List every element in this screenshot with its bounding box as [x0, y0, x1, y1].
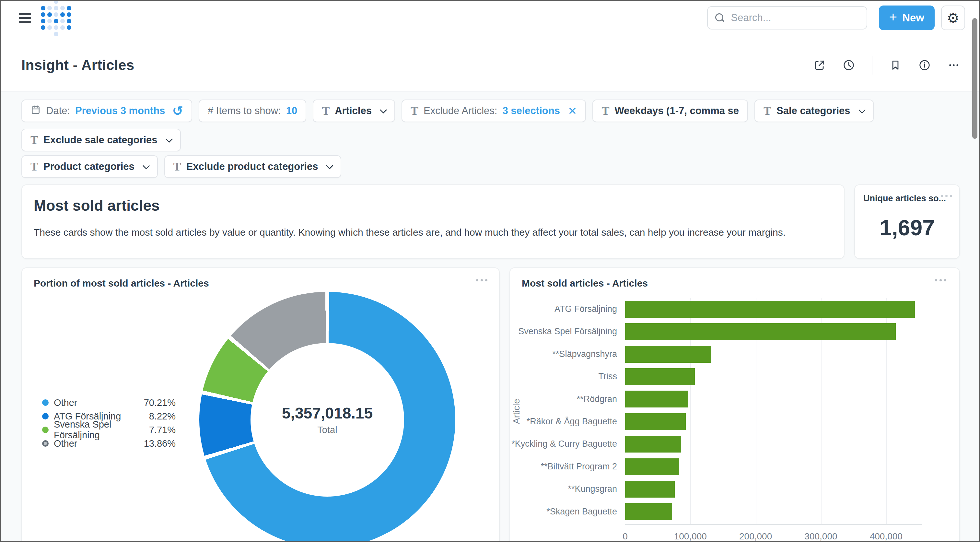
- filter-chip-date[interactable]: Date:Previous 3 months↺: [21, 99, 192, 122]
- x-axis-tick-label: 200,000: [739, 531, 772, 542]
- bar-category-label: *Räkor & Ägg Baguette: [510, 410, 617, 433]
- bar-1[interactable]: [625, 301, 915, 318]
- hamburger-menu-icon[interactable]: [19, 13, 31, 23]
- settings-button[interactable]: ⚙: [941, 5, 965, 30]
- filter-bar-row-2: TProduct categoriesTExclude product cate…: [21, 155, 960, 178]
- dashboard-actions: [813, 56, 960, 75]
- bar-9[interactable]: [625, 481, 675, 497]
- text-filter-icon: T: [30, 161, 38, 172]
- bar-chart-card: Most sold articles - Articles Article AT…: [509, 268, 960, 542]
- clear-filter-icon[interactable]: ✕: [568, 104, 577, 117]
- chevron-down-icon: [380, 106, 387, 114]
- history-clock-icon[interactable]: [843, 59, 855, 71]
- bar-card-title: Most sold articles - Articles: [522, 278, 648, 289]
- bar-category-label: ATG Försäljning: [510, 298, 617, 320]
- legend-value: 7.71%: [149, 425, 176, 435]
- legend-dot-icon: [42, 413, 49, 419]
- legend-dot-icon: [42, 399, 49, 406]
- bar-4[interactable]: [625, 368, 695, 385]
- bar-3[interactable]: [625, 346, 711, 363]
- filter-chip-product-categories[interactable]: TProduct categories: [21, 155, 158, 178]
- bar-8[interactable]: [625, 458, 679, 475]
- legend-label: Other: [54, 438, 78, 449]
- chevron-down-icon: [858, 106, 865, 114]
- donut-card-title: Portion of most sold articles - Articles: [34, 278, 209, 289]
- text-filter-icon: T: [601, 105, 609, 117]
- bar-category-label: **Biltvätt Program 2: [510, 456, 617, 478]
- filter-label: # Items to show:: [208, 105, 281, 117]
- bar-category-label: Triss: [510, 365, 617, 388]
- bar-category-label: **Rödgran: [510, 388, 617, 410]
- bar-chart-plot-area: [625, 298, 922, 525]
- filter-name: Product categories: [43, 161, 135, 172]
- text-filter-icon: T: [173, 161, 181, 172]
- text-card-body: These cards show the most sold articles …: [34, 226, 831, 239]
- gear-icon: ⚙: [947, 10, 959, 26]
- legend-item[interactable]: Other70.21%: [42, 396, 176, 410]
- filter-chip-articles[interactable]: TArticles: [313, 99, 395, 122]
- card-more-menu-icon[interactable]: [476, 279, 487, 281]
- filter-name: Weekdays (1-7, comma se: [614, 105, 739, 117]
- app-logo[interactable]: [41, 0, 71, 36]
- legend-label: Other: [54, 397, 78, 408]
- legend-label: Svenska Spel Försäljning: [54, 419, 149, 440]
- search-input[interactable]: [730, 12, 859, 24]
- card-more-menu-icon[interactable]: [935, 279, 946, 281]
- x-axis-tick-label: 400,000: [870, 531, 902, 542]
- filter-chip-weekdays[interactable]: TWeekdays (1-7, comma se: [592, 99, 748, 122]
- text-filter-icon: T: [30, 134, 38, 146]
- filter-chip-sale-categories[interactable]: TSale categories: [754, 99, 873, 122]
- dashboard-content: Date:Previous 3 months↺# Items to show:1…: [1, 91, 979, 542]
- calendar-icon: [30, 104, 41, 117]
- legend-value: 70.21%: [144, 397, 176, 408]
- filter-name: Sale categories: [776, 105, 850, 117]
- plus-icon: +: [889, 10, 897, 24]
- filter-label: Date:: [46, 105, 70, 117]
- info-icon[interactable]: [918, 59, 931, 71]
- new-button[interactable]: + New: [879, 5, 935, 30]
- filter-chip-exclude-product-categories[interactable]: TExclude product categories: [164, 155, 342, 178]
- text-filter-icon: T: [764, 105, 771, 117]
- x-axis-tick-label: 100,000: [674, 531, 707, 542]
- bookmark-icon[interactable]: [889, 59, 902, 71]
- top-navbar: + New ⚙: [1, 1, 979, 35]
- legend-item[interactable]: Svenska Spel Försäljning7.71%: [42, 423, 176, 437]
- filter-chip-items-to-show[interactable]: # Items to show:10: [199, 99, 306, 122]
- filter-chip-exclude-articles[interactable]: TExclude Articles:3 selections✕: [401, 99, 586, 122]
- text-card-title: Most sold articles: [34, 197, 160, 214]
- actions-divider: [872, 56, 872, 75]
- donut-chart[interactable]: 5,357,018.15 Total: [199, 292, 455, 542]
- bar-2[interactable]: [625, 323, 896, 340]
- legend-dot-icon: [42, 440, 49, 447]
- x-axis-tick-label: 300,000: [804, 531, 837, 542]
- bar-7[interactable]: [625, 436, 681, 453]
- page-scrollbar[interactable]: [972, 18, 977, 139]
- donut-total-label: Total: [317, 425, 337, 435]
- filter-name: Exclude product categories: [186, 161, 318, 172]
- legend-value: 13.86%: [144, 438, 176, 449]
- text-filter-icon: T: [322, 105, 329, 117]
- filter-value: 3 selections: [502, 105, 560, 117]
- card-more-menu-icon[interactable]: [941, 195, 952, 197]
- search-box[interactable]: [707, 6, 867, 30]
- scalar-card-title: Unique articles so...: [863, 193, 946, 204]
- filter-chip-exclude-sale-categories[interactable]: TExclude sale categories: [21, 129, 181, 151]
- filter-value: Previous 3 months: [75, 105, 165, 117]
- reset-filter-icon[interactable]: ↺: [172, 104, 183, 117]
- bar-chart-category-labels: ATG FörsäljningSvenska Spel Försäljning*…: [510, 298, 622, 525]
- text-filter-icon: T: [410, 105, 418, 117]
- share-icon[interactable]: [813, 59, 826, 71]
- new-button-label: New: [902, 12, 924, 24]
- bar-10[interactable]: [625, 503, 672, 520]
- filter-bar-row-1: Date:Previous 3 months↺# Items to show:1…: [21, 99, 960, 151]
- filter-name: Exclude sale categories: [43, 134, 158, 146]
- donut-legend: Other70.21%ATG Försäljning8.22%Svenska S…: [42, 396, 176, 450]
- filter-label: Exclude Articles:: [423, 105, 497, 117]
- scalar-card-unique-articles[interactable]: Unique articles so... 1,697: [854, 185, 960, 259]
- more-menu-icon[interactable]: [948, 59, 960, 71]
- scalar-card-value: 1,697: [855, 215, 959, 240]
- dashboard-header: Insight - Articles: [1, 35, 979, 91]
- bar-5[interactable]: [625, 391, 688, 408]
- search-icon: [715, 13, 725, 23]
- bar-6[interactable]: [625, 413, 686, 430]
